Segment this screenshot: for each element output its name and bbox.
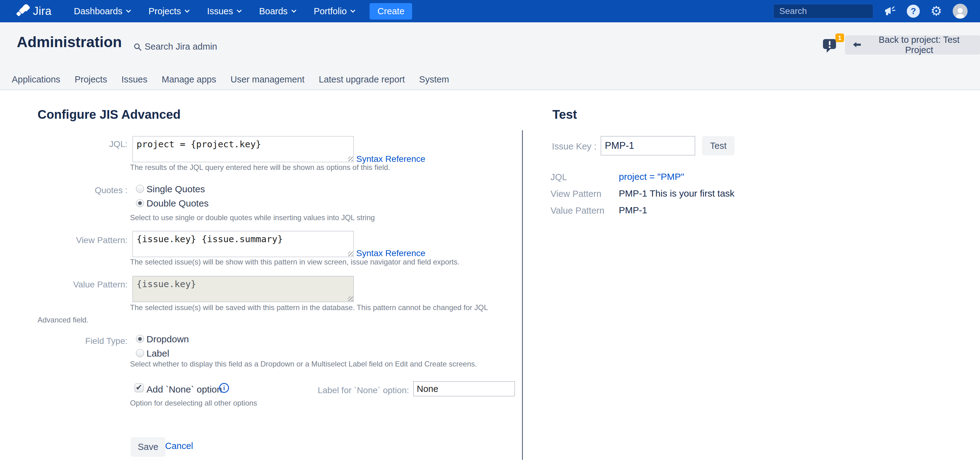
result-value-pattern-label: Value Pattern: [550, 206, 605, 216]
create-button[interactable]: Create: [370, 3, 412, 19]
tab-latest-upgrade-report[interactable]: Latest upgrade report: [319, 75, 405, 85]
single-quotes-radio[interactable]: [136, 185, 144, 193]
tab-system[interactable]: System: [419, 75, 449, 85]
double-quotes-radio[interactable]: [136, 199, 144, 207]
back-button-label: Back to project: Test Project: [866, 35, 972, 55]
nav-dashboards[interactable]: Dashboards: [74, 6, 131, 16]
jql-field-wrap: project = {project.key}: [132, 136, 354, 162]
cancel-link[interactable]: Cancel: [165, 441, 193, 451]
result-jql-label: JQL: [550, 172, 567, 182]
help-icon[interactable]: ?: [907, 5, 920, 17]
tab-applications[interactable]: Applications: [12, 75, 60, 85]
navbar-right: ? ⚙: [773, 4, 967, 19]
chevron-down-icon: [126, 10, 131, 13]
tab-issues[interactable]: Issues: [121, 75, 147, 85]
jql-syntax-reference-link[interactable]: Syntax Reference: [356, 154, 425, 164]
tab-projects[interactable]: Projects: [75, 75, 107, 85]
field-type-description: Select whether to display this field as …: [130, 360, 477, 368]
top-navbar: Jira Dashboards Projects Issues Boards P…: [0, 0, 980, 22]
logo-text: Jira: [33, 5, 51, 17]
result-view-pattern-label: View Pattern: [550, 189, 601, 199]
jql-description: The results of the JQL query entered her…: [130, 163, 390, 172]
single-quotes-option-label[interactable]: Single Quotes: [146, 184, 205, 194]
result-jql-value[interactable]: project = "PMP": [619, 171, 684, 182]
search-icon: [134, 43, 142, 51]
admin-header: Administration Search Jira admin 1 Back …: [0, 22, 980, 90]
view-pattern-description: The selected issue(s) will be show with …: [130, 258, 460, 266]
main-content: Configure JIS Advanced Test JQL: project…: [0, 91, 980, 471]
nav-issues[interactable]: Issues: [207, 6, 242, 16]
result-view-pattern-value: PMP-1 This is your first task: [619, 188, 735, 199]
back-arrow-icon: [853, 41, 861, 48]
tab-user-management[interactable]: User management: [231, 75, 305, 85]
user-avatar[interactable]: [953, 4, 967, 19]
nav-portfolio[interactable]: Portfolio: [314, 6, 355, 16]
nav-portfolio-label: Portfolio: [314, 6, 347, 16]
add-none-checkbox[interactable]: ✔: [135, 384, 143, 392]
admin-tabs: Applications Projects Issues Manage apps…: [12, 75, 449, 85]
admin-search-label: Search Jira admin: [145, 41, 217, 52]
chevron-down-icon: [350, 10, 355, 13]
view-pattern-label: View Pattern:: [37, 235, 127, 245]
add-none-description: Option for deselecting all other options: [130, 399, 257, 408]
value-pattern-label: Value Pattern:: [37, 280, 127, 290]
view-pattern-syntax-reference-link[interactable]: Syntax Reference: [356, 248, 425, 258]
info-icon[interactable]: i: [219, 383, 229, 393]
tab-manage-apps[interactable]: Manage apps: [162, 75, 216, 85]
quotes-label: Quotes :: [37, 186, 127, 195]
navbar-search[interactable]: [773, 4, 873, 18]
gear-icon[interactable]: ⚙: [930, 5, 942, 17]
test-panel-title: Test: [552, 108, 577, 122]
dropdown-radio[interactable]: [136, 335, 144, 343]
jql-label: JQL:: [37, 139, 127, 149]
form-title: Configure JIS Advanced: [38, 108, 181, 122]
field-type-label: Field Type:: [37, 336, 127, 346]
person-icon: [954, 6, 966, 19]
none-label-field-label: Label for `None` option:: [310, 385, 409, 395]
double-quotes-option-label[interactable]: Double Quotes: [146, 198, 208, 209]
test-button[interactable]: Test: [702, 136, 735, 155]
chevron-down-icon: [291, 10, 296, 13]
notification-bubble[interactable]: 1: [822, 35, 844, 56]
back-to-project-button[interactable]: Back to project: Test Project: [845, 35, 980, 55]
value-pattern-description: The selected issue(s) will be saved with…: [38, 301, 519, 326]
value-pattern-textarea: {issue.key}: [132, 276, 354, 302]
nav-projects-label: Projects: [148, 6, 181, 16]
quotes-description: Select to use single or double quotes wh…: [130, 213, 375, 222]
megaphone-icon[interactable]: [884, 6, 896, 17]
page-title: Administration: [17, 33, 122, 51]
jql-textarea[interactable]: project = {project.key}: [132, 136, 354, 162]
chevron-down-icon: [237, 10, 242, 13]
notification-badge: 1: [835, 33, 844, 42]
chevron-down-icon: [185, 10, 189, 13]
add-none-option-label[interactable]: Add `None` option: [146, 384, 222, 395]
jira-logo[interactable]: Jira: [16, 4, 51, 18]
result-value-pattern-value: PMP-1: [619, 205, 648, 216]
view-pattern-textarea[interactable]: {issue.key} {issue.summary}: [132, 231, 354, 257]
save-button[interactable]: Save: [130, 437, 165, 457]
label-option-label[interactable]: Label: [146, 348, 169, 359]
nav-issues-label: Issues: [207, 6, 233, 16]
nav-dashboards-label: Dashboards: [74, 6, 122, 16]
nav-projects[interactable]: Projects: [148, 6, 189, 16]
search-input[interactable]: [779, 6, 891, 16]
issue-key-label: Issue Key :: [538, 141, 597, 152]
dropdown-option-label[interactable]: Dropdown: [146, 334, 189, 344]
jira-mark-icon: [16, 4, 30, 18]
page: Jira Dashboards Projects Issues Boards P…: [0, 0, 980, 471]
value-pattern-field-wrap: {issue.key}: [132, 276, 354, 302]
nav-boards-label: Boards: [259, 6, 288, 16]
check-icon: ✔: [135, 383, 142, 391]
issue-key-input[interactable]: [601, 136, 695, 155]
none-label-input[interactable]: [414, 381, 515, 396]
panel-divider: [522, 130, 523, 460]
admin-search[interactable]: Search Jira admin: [134, 41, 217, 52]
nav-boards[interactable]: Boards: [259, 6, 296, 16]
label-radio[interactable]: [136, 349, 144, 357]
view-pattern-field-wrap: {issue.key} {issue.summary}: [132, 231, 354, 257]
